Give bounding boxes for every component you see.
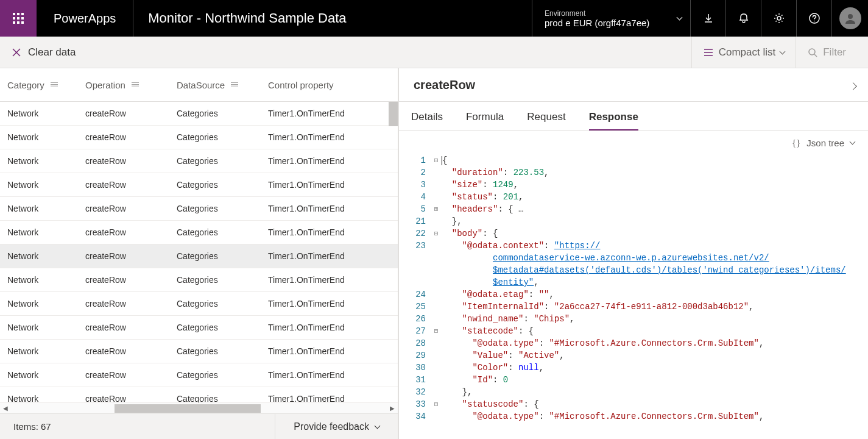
table-row[interactable]: NetworkcreateRowCategoriesTimer1.OnTimer…	[0, 221, 398, 244]
table-row[interactable]: NetworkcreateRowCategoriesTimer1.OnTimer…	[0, 387, 398, 402]
line-number: 29	[399, 349, 431, 362]
code-line[interactable]: $entity",	[399, 276, 868, 288]
line-content: "@odata.context": "https://	[442, 240, 868, 252]
table-row[interactable]: NetworkcreateRowCategoriesTimer1.OnTimer…	[0, 173, 398, 197]
help-button[interactable]	[796, 0, 831, 37]
column-menu-icon[interactable]	[132, 82, 139, 88]
scroll-thumb[interactable]	[115, 404, 261, 413]
notifications-button[interactable]	[725, 0, 761, 37]
line-content: "status": 201,	[442, 191, 868, 203]
vertical-scrollbar[interactable]	[389, 102, 398, 126]
environment-picker[interactable]: Environment prod e EUR (orgff47a7ee)	[532, 0, 690, 37]
grid-body[interactable]: NetworkcreateRowCategoriesTimer1.OnTimer…	[0, 102, 398, 402]
code-line[interactable]: 2 "duration": 223.53,	[399, 166, 868, 179]
code-line[interactable]: 25 "ItemInternalId": "2a6cca27-74f1-e911…	[399, 301, 868, 313]
chevron-down-icon	[677, 13, 682, 23]
clear-data-button[interactable]: Clear data	[11, 46, 76, 59]
download-button[interactable]	[690, 0, 725, 37]
line-content: $metadata#datasets('default.cds')/tables…	[442, 264, 868, 276]
scroll-track[interactable]	[11, 404, 387, 413]
table-row[interactable]: NetworkcreateRowCategoriesTimer1.OnTimer…	[0, 363, 398, 387]
tab-request[interactable]: Request	[527, 111, 565, 130]
code-line[interactable]: 33⊟ "statuscode": {	[399, 398, 868, 410]
line-number: 28	[399, 337, 431, 349]
line-content: "headers": { …	[442, 203, 868, 215]
col-category[interactable]: Category	[7, 80, 85, 90]
provide-feedback-button[interactable]: Provide feedback	[275, 414, 398, 439]
cell-cat: Network	[7, 346, 85, 356]
fold-toggle[interactable]: ⊟	[431, 398, 442, 410]
code-line[interactable]: 27⊟ "statecode": {	[399, 325, 868, 337]
chevron-down-icon	[375, 423, 381, 429]
table-row[interactable]: NetworkcreateRowCategoriesTimer1.OnTimer…	[0, 268, 398, 292]
table-row[interactable]: NetworkcreateRowCategoriesTimer1.OnTimer…	[0, 340, 398, 363]
tab-formula[interactable]: Formula	[466, 111, 504, 130]
code-line[interactable]: 34 "@odata.type": "#Microsoft.Azure.Conn…	[399, 410, 868, 423]
col-operation[interactable]: Operation	[85, 80, 177, 90]
code-line[interactable]: 5⊞ "headers": { …	[399, 203, 868, 215]
cell-op: createRow	[85, 394, 177, 402]
code-line[interactable]: 24 "@odata.etag": "",	[399, 288, 868, 301]
code-line[interactable]: 26 "nwind_name": "Chips",	[399, 313, 868, 325]
column-menu-icon[interactable]	[231, 82, 238, 88]
code-line[interactable]: $metadata#datasets('default.cds')/tables…	[399, 264, 868, 276]
column-menu-icon[interactable]	[51, 82, 58, 88]
left-footer: Items: 67 Provide feedback	[0, 413, 398, 439]
fold-toggle[interactable]: ⊟	[431, 325, 442, 337]
code-line[interactable]: 28 "@odata.type": "#Microsoft.Azure.Conn…	[399, 337, 868, 349]
col-operation-label: Operation	[85, 80, 125, 90]
code-line[interactable]: 31 "Id": 0	[399, 374, 868, 386]
fold-toggle[interactable]: ⊟	[431, 154, 442, 166]
response-body-viewer[interactable]: 1⊟{2 "duration": 223.53,3 "size": 1249,4…	[399, 154, 868, 439]
cell-cat: Network	[7, 299, 85, 309]
code-line[interactable]: 22⊟ "body": {	[399, 227, 868, 240]
code-line[interactable]: 32 },	[399, 386, 868, 398]
col-control-property[interactable]: Control property	[268, 80, 390, 90]
cell-cp: Timer1.OnTimerEnd	[268, 394, 390, 402]
collapse-button[interactable]	[850, 78, 856, 92]
cell-op: createRow	[85, 346, 177, 356]
col-datasource[interactable]: DataSource	[177, 80, 268, 90]
filter-button[interactable]: Filter	[796, 37, 857, 68]
fold-toggle[interactable]: ⊞	[431, 203, 442, 215]
table-row[interactable]: NetworkcreateRowCategoriesTimer1.OnTimer…	[0, 197, 398, 221]
code-line[interactable]: 3 "size": 1249,	[399, 179, 868, 191]
table-row[interactable]: NetworkcreateRowCategoriesTimer1.OnTimer…	[0, 149, 398, 173]
code-line[interactable]: 4 "status": 201,	[399, 191, 868, 203]
scroll-right-arrow[interactable]: ▶	[387, 405, 398, 412]
line-content: "statecode": {	[442, 325, 868, 337]
table-row[interactable]: NetworkcreateRowCategoriesTimer1.OnTimer…	[0, 126, 398, 149]
table-row[interactable]: NetworkcreateRowCategoriesTimer1.OnTimer…	[0, 244, 398, 268]
cell-ds: Categories	[177, 275, 268, 285]
detail-title-bar: createRow	[399, 68, 868, 102]
fold-toggle	[431, 313, 442, 325]
app-launcher-button[interactable]	[0, 0, 37, 37]
code-line[interactable]: 1⊟{	[399, 154, 868, 166]
user-avatar[interactable]	[831, 0, 868, 37]
cell-cat: Network	[7, 370, 85, 380]
table-row[interactable]: NetworkcreateRowCategoriesTimer1.OnTimer…	[0, 102, 398, 126]
svg-rect-0	[13, 13, 15, 15]
code-line[interactable]: 23 "@odata.context": "https://	[399, 240, 868, 252]
table-row[interactable]: NetworkcreateRowCategoriesTimer1.OnTimer…	[0, 316, 398, 340]
view-mode-switcher[interactable]: {} Json tree	[399, 131, 868, 154]
settings-button[interactable]	[761, 0, 796, 37]
line-content: "ItemInternalId": "2a6cca27-74f1-e911-a8…	[442, 301, 868, 313]
table-row[interactable]: NetworkcreateRowCategoriesTimer1.OnTimer…	[0, 292, 398, 316]
code-line[interactable]: commondataservice-we.azconn-we.p.azurewe…	[399, 252, 868, 264]
code-line[interactable]: 30 "Color": null,	[399, 362, 868, 374]
line-number	[399, 252, 431, 264]
svg-point-9	[777, 16, 781, 20]
horizontal-scrollbar[interactable]: ◀ ▶	[0, 402, 398, 413]
code-line[interactable]: 21 },	[399, 215, 868, 227]
fold-toggle[interactable]: ⊟	[431, 227, 442, 240]
tab-details[interactable]: Details	[411, 111, 443, 130]
app-name[interactable]: PowerApps	[37, 0, 133, 37]
tab-response[interactable]: Response	[589, 111, 638, 130]
fold-toggle	[431, 276, 442, 288]
clear-label: Clear data	[28, 46, 76, 59]
scroll-left-arrow[interactable]: ◀	[0, 405, 11, 412]
compact-list-button[interactable]: Compact list	[691, 37, 796, 68]
json-tree-label: Json tree	[806, 138, 844, 148]
code-line[interactable]: 29 "Value": "Active",	[399, 349, 868, 362]
